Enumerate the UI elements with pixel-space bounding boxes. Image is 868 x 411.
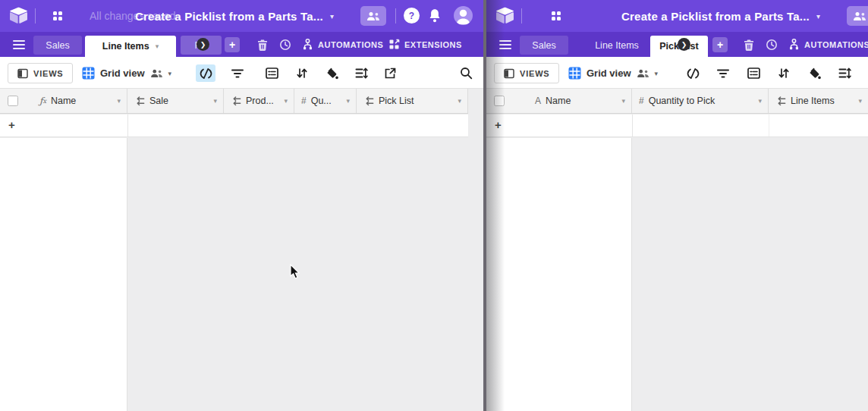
linked-record-icon: [231, 96, 241, 106]
hide-fields-icon: [687, 67, 700, 80]
column-header-pick-list[interactable]: Pick List ▾: [357, 89, 468, 113]
chevron-down-icon: ▾: [858, 97, 862, 105]
chevron-down-icon: ▾: [758, 97, 762, 105]
column-header-row: ƒx Name ▾ Sale ▾ Prod... ▾ # Qu...: [0, 89, 468, 114]
views-button[interactable]: VIEWS: [494, 63, 559, 83]
group-button[interactable]: [744, 64, 763, 82]
column-header-row: A Name ▾ # Quantity to Pick ▾ Line Items…: [486, 89, 868, 114]
sort-icon: [296, 67, 308, 79]
row-height-button[interactable]: [351, 64, 371, 82]
notifications-bell-icon[interactable]: [428, 8, 442, 24]
group-button[interactable]: [262, 64, 281, 82]
user-avatar[interactable]: [454, 6, 473, 25]
primary-column-background: [0, 138, 127, 411]
paint-bucket-icon: [808, 67, 821, 80]
search-icon: [460, 67, 473, 80]
base-title-group[interactable]: Create a Picklist from a Parts Ta... ▾: [621, 0, 820, 32]
filter-icon: [717, 68, 729, 79]
hide-fields-button[interactable]: [683, 64, 703, 82]
views-button[interactable]: VIEWS: [8, 63, 73, 83]
column-divider: [632, 115, 633, 136]
automations-button[interactable]: AUTOMATIONS: [302, 32, 383, 57]
chevron-down-icon: ▾: [816, 12, 820, 20]
plus-icon: +: [8, 118, 15, 131]
column-header-name[interactable]: ƒx Name ▾: [0, 89, 127, 113]
sort-button[interactable]: [292, 64, 312, 82]
view-toolbar: VIEWS Grid view ▾: [486, 57, 868, 89]
filter-icon: [231, 68, 244, 79]
hide-fields-button[interactable]: [196, 64, 215, 82]
app-launcher-icon[interactable]: [552, 11, 561, 20]
chevron-down-icon: ▾: [330, 12, 334, 20]
plus-icon: +: [495, 118, 502, 131]
question-mark-icon: ?: [409, 11, 414, 21]
grid-view-icon: [82, 67, 95, 80]
share-collaborators-button[interactable]: [847, 6, 868, 26]
sort-button[interactable]: [774, 64, 794, 82]
column-header-sale[interactable]: Sale ▾: [127, 89, 224, 113]
chevron-down-icon: ▾: [117, 97, 121, 105]
extensions-button[interactable]: EXTENSIONS: [388, 32, 462, 57]
add-table-button[interactable]: +: [225, 37, 240, 52]
column-divider: [769, 115, 769, 136]
chevron-down-icon: ▾: [655, 70, 659, 77]
people-icon: [853, 11, 866, 21]
view-switcher[interactable]: Grid view ▾: [82, 63, 171, 83]
chevron-down-icon: ▾: [168, 70, 172, 77]
hide-fields-icon: [200, 67, 212, 80]
number-icon: #: [639, 96, 644, 106]
share-collaborators-button[interactable]: [360, 6, 386, 26]
airtable-logo-icon: [9, 7, 28, 24]
tab-sales[interactable]: Sales: [520, 36, 568, 55]
frame-divider: [483, 0, 486, 411]
history-icon[interactable]: [766, 39, 778, 51]
column-header-line-items[interactable]: Line Items ▾: [769, 89, 868, 113]
row-height-button[interactable]: [835, 64, 854, 82]
automations-icon: [788, 39, 800, 50]
automations-button[interactable]: AUTOMATIONS: [788, 32, 868, 57]
menu-icon[interactable]: [499, 40, 511, 49]
select-all-checkbox[interactable]: [494, 96, 505, 106]
column-header-quantity-to-pick[interactable]: # Quantity to Pick ▾: [632, 89, 769, 113]
chevron-down-icon: ▾: [458, 97, 461, 105]
gif-next-arrow-overlay: ❯: [678, 38, 690, 51]
menu-icon[interactable]: [13, 40, 25, 49]
base-title-group[interactable]: Create a Picklist from a Parts Ta... ▾: [135, 0, 334, 32]
grid-view-icon: [568, 67, 581, 80]
divider: [35, 8, 36, 24]
panel-left-frame: All changes saved Create a Picklist from…: [0, 0, 483, 411]
add-row[interactable]: +: [486, 114, 868, 137]
trash-icon[interactable]: [743, 39, 755, 51]
add-table-button[interactable]: +: [712, 37, 728, 52]
people-icon: [366, 11, 380, 21]
top-bar: Create a Picklist from a Parts Ta... ▾: [486, 0, 868, 32]
group-icon: [747, 67, 760, 79]
chevron-down-icon: ▾: [621, 97, 625, 105]
history-icon[interactable]: [279, 39, 291, 51]
select-all-checkbox[interactable]: [8, 96, 18, 106]
filter-button[interactable]: [228, 64, 247, 82]
column-header-quantity[interactable]: # Qu... ▾: [294, 89, 357, 113]
column-header-name[interactable]: A Name ▾: [486, 89, 632, 113]
plus-icon: +: [717, 39, 723, 51]
filter-button[interactable]: [713, 64, 733, 82]
gif-next-arrow-overlay: ❯: [197, 38, 209, 51]
base-title: Create a Picklist from a Parts Ta...: [621, 10, 810, 23]
color-button[interactable]: [804, 64, 824, 82]
trash-icon[interactable]: [256, 39, 269, 51]
tab-line-items[interactable]: Line Items: [588, 36, 646, 55]
app-launcher-icon[interactable]: [53, 11, 62, 20]
search-button[interactable]: [456, 64, 476, 82]
column-header-product[interactable]: Prod... ▾: [224, 89, 294, 113]
add-row[interactable]: +: [0, 114, 468, 137]
row-height-icon: [838, 67, 851, 79]
mouse-cursor: [290, 264, 301, 280]
tab-line-items[interactable]: Line Items ▾: [85, 36, 176, 57]
color-button[interactable]: [322, 64, 341, 82]
tab-sales[interactable]: Sales: [33, 36, 82, 55]
linked-record-icon: [134, 96, 145, 106]
help-button[interactable]: ?: [404, 8, 420, 24]
view-switcher[interactable]: Grid view ▾: [568, 63, 658, 83]
share-view-button[interactable]: [380, 64, 400, 82]
table-tab-bar: Sales Line Items ▾ P... +: [0, 32, 483, 57]
